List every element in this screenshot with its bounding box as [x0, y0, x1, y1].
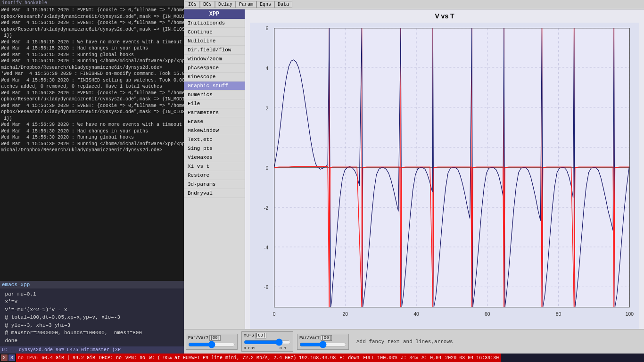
- svg-text:0: 0: [273, 311, 276, 317]
- dhcp-info: DHCP: no: [99, 355, 122, 361]
- menu-item-sing-pts[interactable]: Sing pts: [184, 144, 245, 153]
- svg-text:2: 2: [265, 105, 268, 111]
- param1-label: Par/Var?: [188, 336, 208, 340]
- terminal-line: opbox/Research/ukladydynamiczne6it/dynsy…: [1, 26, 183, 33]
- menu-item-xi-vs-t[interactable]: Xi vs t: [184, 162, 245, 171]
- xpp-toolbar: ICsBCsDelayParamEqnsData: [184, 0, 644, 9]
- content-area: XPP InitialcondsContinueNullclineDir.fie…: [184, 9, 644, 329]
- emacs-panel[interactable]: par mu=0.1 x'=v v'=-mu*(x^2-1)*v - x @ t…: [0, 288, 184, 347]
- menu-item-continue[interactable]: Continue: [184, 28, 245, 37]
- terminal-line: Wed Mar 4 15:56:15 2020 : Had changes in…: [1, 45, 183, 52]
- terminal-line: *Wed Mar 4 15:56:30 2020 : FINISHED on-m…: [1, 71, 183, 77]
- toolbar-btn-bcs[interactable]: BCs: [200, 1, 215, 8]
- menu-item-restore[interactable]: Restore: [184, 171, 245, 180]
- terminal-line: Wed Mar 4 15:56:30 2020 : Running </home…: [1, 141, 183, 148]
- toolbar-btn-data[interactable]: Data: [274, 1, 292, 8]
- menu-item-erase[interactable]: Erase: [184, 117, 245, 126]
- terminal-line: opbox/Research/ukladydynamiczne6it/dynsy…: [1, 14, 183, 20]
- param1-slider[interactable]: [188, 341, 235, 348]
- param3-value[interactable]: |00|: [321, 335, 332, 341]
- svg-text:40: 40: [413, 311, 419, 317]
- param3-label: Par/Var?: [299, 336, 320, 340]
- left-panel: inotify-hookable Wed Mar 4 15:56:15 2020…: [0, 0, 184, 354]
- status-bar: no IPv6 60.4 GiB | 99.2 GiB DHCP: no VPN…: [16, 354, 501, 362]
- terminal-title: inotify-hookable: [0, 0, 184, 6]
- menu-item-file[interactable]: File: [184, 99, 245, 108]
- terminal-line: opbox/Research/ukladydynamiczne6it/dynsy…: [1, 96, 183, 103]
- param-box-2: mu=6 |00| 0.001 0.1: [241, 331, 293, 352]
- emacs-statusbar: U:--- dynsys2d.ode 96% L475 Git:master (…: [0, 346, 184, 354]
- plot-svg: 6 4 2 0 -2 -4 -6 0 20 40 60 80: [250, 23, 639, 329]
- svg-text:6: 6: [265, 25, 268, 32]
- menu-item-nullcline[interactable]: Nullcline: [184, 37, 245, 46]
- menu-item-dir-field-flow[interactable]: Dir.field/flow: [184, 46, 245, 55]
- no-ipv6: no IPv6: [18, 355, 38, 361]
- terminal-lines-container: Wed Mar 4 15:56:15 2020 : EVENT: {cookie…: [1, 7, 183, 154]
- storage-info: 60.4 GiB | 99.2 GiB: [41, 355, 95, 361]
- param2-max: 0.1: [280, 346, 286, 350]
- param2-slider[interactable]: [244, 338, 291, 346]
- terminal-line: Wed Mar 4 15:56:30 2020 : EVENT: {cookie…: [1, 103, 183, 109]
- datetime-info: 2020-03-04 16:39:30: [445, 355, 499, 361]
- menu-item-text-etc[interactable]: Text,etc: [184, 135, 245, 144]
- menu-item-makewindow[interactable]: Makewindow: [184, 126, 245, 135]
- j-info: J: 34%: [401, 355, 418, 361]
- eth-info: E: down: [339, 355, 359, 361]
- toolbar-btn-ics[interactable]: ICs: [185, 1, 200, 8]
- terminal-line: opbox/Research/ukladydynamiczne6it/dynsy…: [1, 109, 183, 115]
- terminal-log: Wed Mar 4 15:56:15 2020 : EVENT: {cookie…: [0, 6, 184, 281]
- menu-item-graphic-stuff[interactable]: Graphic stuff: [184, 82, 245, 90]
- menu-item-kinescope[interactable]: Kinescope: [184, 73, 245, 82]
- plot-canvas-container: 6 4 2 0 -2 -4 -6 0 20 40 60 80: [250, 23, 639, 329]
- delta-info: Δ: 0,04: [421, 355, 441, 361]
- menu-item-numerics[interactable]: nUmerics: [184, 90, 245, 99]
- param2-label: mu=6: [244, 333, 254, 338]
- menu-item-phasespace[interactable]: phAsespace: [184, 64, 245, 73]
- param2-range-row: 0.001 0.1: [244, 346, 291, 350]
- param-row-1: Par/Var? |00|: [188, 335, 235, 341]
- toolbar-btn-eqns[interactable]: Eqns: [256, 1, 274, 8]
- emacs-lines-container: par mu=0.1 x'=v v'=-mu*(x^2-1)*v - x @ t…: [2, 290, 182, 345]
- terminal-line: atches added, 0 removed, 0 replaced. Hav…: [1, 83, 183, 90]
- wireless-info: W: ( 95% at HUAWEI P9 lite mini, 72.2 Mb…: [149, 355, 336, 361]
- emacs-line: x'=v: [2, 298, 182, 306]
- menu-item-bndryval[interactable]: Bndryval: [184, 189, 245, 198]
- param-box-1: Par/Var? |00|: [186, 334, 238, 350]
- terminal-line: 1}}: [1, 115, 183, 122]
- right-panel: ICsBCsDelayParamEqnsData XPP Initialcond…: [184, 0, 644, 354]
- menu-item-initialconds[interactable]: Initialconds: [184, 19, 245, 28]
- menu-item-window-zoom[interactable]: Window/zoom: [184, 55, 245, 64]
- param1-value[interactable]: |00|: [209, 335, 221, 341]
- menu-item-viewaxes[interactable]: Viewaxes: [184, 153, 245, 162]
- vpn-info: VPN: no: [125, 355, 145, 361]
- param2-value[interactable]: |00|: [255, 333, 266, 338]
- toolbar-buttons: ICsBCsDelayParamEqnsData: [185, 1, 292, 8]
- badge-2[interactable]: 2: [1, 354, 8, 361]
- svg-text:-6: -6: [264, 284, 268, 290]
- badge-3[interactable]: 3: [8, 354, 15, 361]
- emacs-line: @ ylo=-3, xhi=3 yhi=3: [2, 321, 182, 329]
- emacs-line: @ total=100,dt=0.05,xp=x,yp=v, xlo=-3: [2, 313, 182, 321]
- main-container: inotify-hookable Wed Mar 4 15:56:15 2020…: [0, 0, 644, 362]
- emacs-line: @ maxstor=2000000, bounds=100000, nmesh=…: [2, 329, 182, 337]
- top-area: inotify-hookable Wed Mar 4 15:56:15 2020…: [0, 0, 644, 354]
- plot-area: V vs T: [245, 9, 644, 329]
- svg-text:80: 80: [556, 311, 561, 317]
- terminal-line: michal/Dropbox/Research/ukladydynamiczne…: [1, 147, 183, 154]
- param3-slider[interactable]: [299, 341, 347, 348]
- svg-text:-4: -4: [264, 244, 268, 250]
- svg-text:0: 0: [265, 165, 268, 171]
- menu-item-3d-params[interactable]: 3d-params: [184, 180, 245, 189]
- terminal-line: michal/Dropbox/Research/ukladydynamiczne…: [1, 65, 183, 71]
- terminal-line: 1}}: [1, 33, 183, 39]
- menu-item-parameters[interactable]: Parameters: [184, 108, 245, 117]
- toolbar-btn-delay[interactable]: Delay: [215, 1, 236, 8]
- emacs-line: done: [2, 337, 182, 345]
- svg-text:-2: -2: [264, 205, 268, 211]
- param2-min: 0.001: [244, 346, 255, 350]
- toolbar-btn-param[interactable]: Param: [236, 1, 256, 8]
- terminal-line: Wed Mar 4 15:56:30 2020 : Had changes in…: [1, 128, 183, 135]
- terminal-line: Wed Mar 4 15:56:30 2020 : We have no mor…: [1, 122, 183, 128]
- bottom-text: Add fancy text and lines,arrows: [353, 339, 642, 345]
- terminal-line: Wed Mar 4 15:56:30 2020 : FINISHED setti…: [1, 77, 183, 84]
